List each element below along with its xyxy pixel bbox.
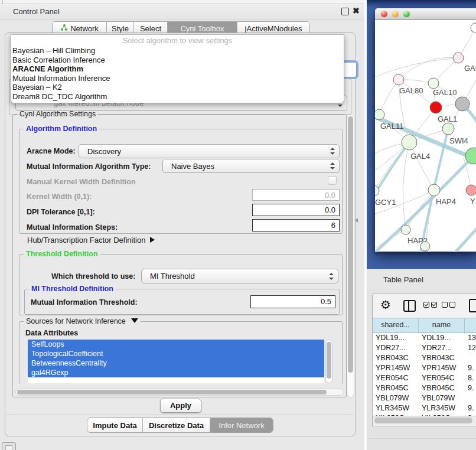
algorithm-definition-group: Algorithm Definition Aracne Mode: Discov…: [19, 129, 343, 234]
hub-definition-label: Hub/Transcription Factor Definition: [27, 236, 145, 244]
network-edge[interactable]: [409, 142, 434, 190]
table-cell: YPR145W: [419, 363, 465, 373]
network-node-y[interactable]: [466, 185, 476, 195]
mac-minimize-icon[interactable]: [392, 11, 399, 17]
close-icon[interactable]: ✖: [353, 6, 360, 15]
control-panel-window: Control Panel ✖ NetworkStyleSelectCyni T…: [0, 0, 364, 450]
network-edge[interactable]: [379, 80, 399, 115]
network-node-swi4[interactable]: [442, 123, 454, 135]
network-edge[interactable]: [403, 142, 409, 230]
splitter-collapse-arrow[interactable]: [355, 218, 358, 223]
network-edge[interactable]: [375, 58, 458, 78]
float-window-icon[interactable]: [341, 8, 349, 15]
table-cell: YPR145W: [373, 363, 419, 373]
table-panel: ⚙ shared...nameA YDL19...YDL19...13YDR27…: [367, 289, 476, 450]
manual-kernel-width-checkbox[interactable]: [328, 176, 337, 185]
aracne-mode-combo[interactable]: Discovery: [79, 144, 340, 158]
data-attribute-item[interactable]: TopologicalCoefficient: [28, 349, 324, 358]
data-attribute-item[interactable]: SelfLoops: [28, 340, 324, 349]
data-attributes-list[interactable]: SelfLoopsTopologicalCoefficientBetweenne…: [28, 340, 324, 383]
threshold-definition-group: Threshold Definition Which threshold to …: [19, 254, 343, 315]
data-attribute-item[interactable]: gal4RGexp: [28, 368, 324, 377]
table-cell: YBR045C: [373, 383, 419, 393]
network-node-gal4[interactable]: [402, 135, 417, 150]
table-row[interactable]: YDR27...YDR27...12: [373, 343, 476, 353]
table-row[interactable]: YBL079WYBL079W: [373, 393, 476, 403]
table-panel-titlebar: Table Panel: [367, 269, 476, 290]
column-layout-icon[interactable]: [403, 300, 416, 312]
network-window-titlebar[interactable]: [375, 8, 476, 20]
function-builder-icon[interactable]: [469, 299, 476, 312]
network-node-hap2[interactable]: [401, 225, 410, 234]
network-graph[interactable]: GALGAL80GAL10GAL1GAL11SWI4GAL4GCY1HAP4YH…: [375, 20, 476, 252]
node-label: Y: [470, 197, 475, 206]
bottom-tab-impute-data[interactable]: Impute Data: [87, 418, 143, 432]
which-threshold-combo[interactable]: MI Threshold: [141, 269, 338, 283]
table-row[interactable]: YDL19...YDL19...13: [373, 333, 476, 343]
tab-label: Style: [112, 24, 129, 33]
dpi-tolerance-field[interactable]: 0.0: [252, 204, 340, 216]
control-panel-title: Control Panel: [13, 7, 60, 16]
network-desktop: GALGAL80GAL10GAL1GAL11SWI4GAL4GCY1HAP4YH…: [367, 0, 476, 269]
apply-button[interactable]: Apply: [160, 399, 201, 413]
mac-zoom-icon[interactable]: [403, 11, 410, 17]
sources-group-title[interactable]: Sources for Network Inference: [24, 317, 141, 325]
table-row[interactable]: YPR145WYPR145W9.: [373, 363, 476, 373]
settings-gear-icon[interactable]: ⚙: [380, 298, 391, 312]
bottom-tab-infer-network[interactable]: Infer Network: [210, 418, 273, 432]
network-node-gal[interactable]: [453, 53, 464, 63]
network-edge[interactable]: [399, 57, 458, 80]
bottom-tab-discretize-data[interactable]: Discretize Data: [143, 418, 210, 432]
mac-close-icon[interactable]: [381, 11, 387, 17]
table-row[interactable]: YBR045CYBR045C9.: [373, 383, 476, 393]
table-row[interactable]: YLR345WYLR345W9.: [373, 403, 476, 413]
column-header[interactable]: shared...: [373, 318, 419, 332]
table-row[interactable]: YBR043CYBR043C: [373, 353, 476, 363]
settings-vertical-scrollbar[interactable]: [347, 114, 354, 397]
kernel-width-field[interactable]: 0.0: [252, 189, 340, 201]
column-header[interactable]: A: [465, 318, 476, 332]
table-cell: YBL079W: [419, 393, 465, 403]
data-attribute-item[interactable]: BetweennessCentrality: [28, 358, 324, 368]
network-node-hap4[interactable]: [428, 184, 440, 196]
algorithm-option[interactable]: ARACNE Algorithm: [12, 64, 343, 74]
column-header[interactable]: name: [419, 318, 465, 332]
network-node[interactable]: [420, 242, 430, 251]
table-row[interactable]: YER054CYER054C8.: [373, 373, 476, 383]
table-cell: YBR043C: [373, 353, 419, 363]
network-edge-thick[interactable]: [436, 227, 476, 252]
mi-threshold-field[interactable]: 0.5: [250, 295, 335, 308]
algorithm-option[interactable]: Bayesian – Hill Climbing: [12, 46, 343, 56]
algorithm-option[interactable]: Mutual Information Inference: [12, 74, 343, 83]
select-all-icon[interactable]: [423, 302, 437, 308]
deselect-all-icon[interactable]: [442, 302, 455, 308]
node-label: GAL: [464, 64, 476, 73]
mi-steps-field[interactable]: 6: [252, 219, 340, 231]
hub-definition-toggle[interactable]: Hub/Transcription Factor Definition: [27, 236, 155, 244]
network-node[interactable]: [471, 23, 476, 32]
collapsed-arrow-icon: [150, 237, 155, 243]
kernel-width-label: Kernel Width (0,1):: [27, 193, 92, 201]
algorithm-definition-title: Algorithm Definition: [24, 125, 99, 133]
mi-algorithm-type-combo[interactable]: Naive Bayes: [162, 159, 340, 173]
node-label: GCY1: [375, 198, 396, 207]
tab-label: Network: [70, 24, 99, 33]
table-cell: YDL19...: [373, 333, 419, 343]
aracne-mode-label: Aracne Mode:: [27, 147, 76, 155]
tab-label: Cyni Toolbox: [180, 24, 224, 33]
algorithm-option[interactable]: Bayesian – K2: [12, 83, 343, 92]
table-horizontal-scrollbar[interactable]: [373, 416, 476, 425]
settings-horizontal-scrollbar[interactable]: [15, 389, 344, 396]
algorithm-option[interactable]: Basic Correlation Inference: [12, 56, 343, 65]
network-node-gal1[interactable]: [430, 102, 442, 113]
network-node[interactable]: [455, 97, 470, 111]
network-node-gal11[interactable]: [375, 109, 384, 120]
minimized-panel-icon[interactable]: [2, 442, 16, 450]
attributes-vertical-scrollbar[interactable]: [325, 340, 332, 383]
network-node-gal80[interactable]: [393, 74, 404, 85]
mi-algorithm-type-value: Naive Bayes: [171, 162, 214, 171]
table-cell: YDR27...: [419, 343, 465, 353]
network-node-gal10[interactable]: [428, 78, 439, 89]
network-view-window[interactable]: GALGAL80GAL10GAL1GAL11SWI4GAL4GCY1HAP4YH…: [375, 8, 476, 252]
algorithm-option[interactable]: Dream8 DC_TDC Algorithm: [12, 92, 343, 102]
